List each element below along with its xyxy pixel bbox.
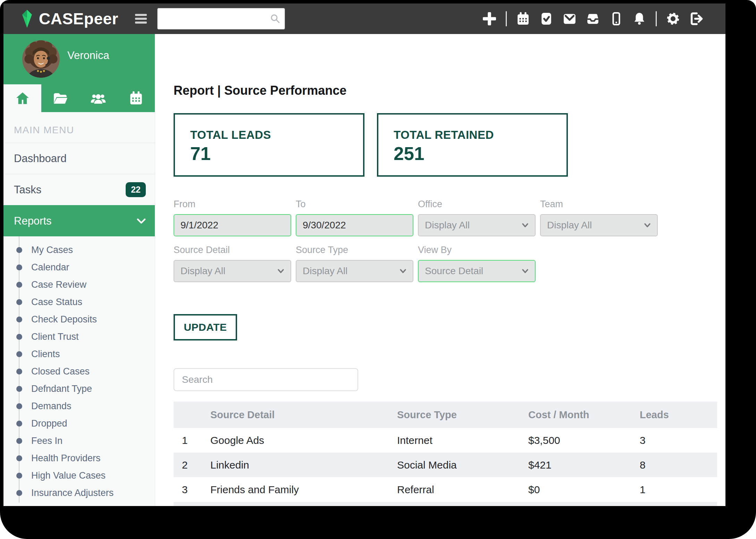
tasks-count-badge: 22 <box>126 182 146 197</box>
from-date-field: From <box>174 199 291 236</box>
tab-contacts[interactable] <box>79 84 117 112</box>
submenu-item-fees-in[interactable]: Fees In <box>3 432 155 449</box>
submenu-item-my-cases[interactable]: My Cases <box>3 241 155 259</box>
submenu-item-defndant-type[interactable]: Defndant Type <box>3 380 155 397</box>
submenu-item-high-value-cases[interactable]: High Value Cases <box>3 467 155 484</box>
table-row: 2 Linkedin Social Media $421 8 <box>174 453 717 477</box>
main-content: Report | Source Performance TOTAL LEADS … <box>155 34 725 506</box>
sidebar-tabs <box>3 84 155 112</box>
gem-logo-icon <box>19 9 34 28</box>
home-icon <box>15 92 30 105</box>
source-detail-select[interactable]: Display All <box>174 260 291 282</box>
bullet-icon <box>16 351 22 357</box>
view-by-select[interactable]: Source Detail <box>418 260 536 282</box>
gear-icon[interactable] <box>666 12 680 26</box>
menu-item-label: Tasks <box>14 184 41 196</box>
sign-out-icon[interactable] <box>689 12 703 26</box>
stat-cards: TOTAL LEADS 71 TOTAL RETAINED 251 <box>174 113 725 177</box>
user-name: Veronica <box>67 49 109 62</box>
avatar[interactable] <box>22 40 60 78</box>
global-search-input[interactable] <box>157 8 285 30</box>
tab-home[interactable] <box>3 84 41 112</box>
bullet-icon <box>16 264 22 270</box>
calendar-icon <box>129 91 143 105</box>
hamburger-menu-icon[interactable] <box>135 14 147 24</box>
source-type-select[interactable]: Display All <box>296 260 413 282</box>
submenu-item-check-deposits[interactable]: Check Deposits <box>3 311 155 328</box>
main-menu: MAIN MENU Dashboard Tasks 22 Reports <box>3 112 155 506</box>
folder-icon <box>53 92 68 105</box>
office-field: Office Display All <box>418 199 536 236</box>
submenu-item-case-status[interactable]: Case Status <box>3 293 155 311</box>
column-header-cost-month: Cost / Month <box>528 409 639 421</box>
inbox-icon[interactable] <box>586 12 600 26</box>
team-select[interactable]: Display All <box>540 214 658 236</box>
total-retained-card: TOTAL RETAINED 251 <box>377 113 568 177</box>
mobile-icon[interactable] <box>609 12 623 26</box>
chevron-down-icon <box>644 223 651 228</box>
topbar: CASEpeer <box>3 3 725 34</box>
chevron-down-icon <box>400 269 406 273</box>
casepeer-logo[interactable]: CASEpeer <box>19 9 118 28</box>
bullet-icon <box>16 317 22 322</box>
sidebar-item-tasks[interactable]: Tasks 22 <box>3 174 155 205</box>
sidebar-item-reports[interactable]: Reports <box>3 205 155 236</box>
menu-item-label: Dashboard <box>14 152 67 165</box>
sidebar-item-dashboard[interactable]: Dashboard <box>3 143 155 174</box>
chevron-down-icon <box>522 269 529 273</box>
reports-submenu: My Cases Calendar Case Review Case Statu… <box>3 236 155 506</box>
sidebar: Veronica <box>3 34 155 506</box>
to-label: To <box>296 199 413 210</box>
view-by-label: View By <box>418 245 536 255</box>
bullet-icon <box>16 490 22 496</box>
submenu-item-calendar[interactable]: Calendar <box>3 259 155 276</box>
update-button[interactable]: UPDATE <box>174 314 237 340</box>
device-frame: CASEpeer <box>0 0 756 539</box>
bullet-icon <box>16 386 22 392</box>
source-detail-label: Source Detail <box>174 245 291 255</box>
submenu-item-demands[interactable]: Demands <box>3 397 155 415</box>
plus-icon[interactable] <box>482 12 496 26</box>
submenu-item-closed-cases[interactable]: Closed Cases <box>3 363 155 380</box>
bullet-icon <box>16 438 22 444</box>
submenu-item-case-review[interactable]: Case Review <box>3 276 155 293</box>
chevron-down-icon <box>522 223 529 228</box>
bullet-icon <box>16 247 22 253</box>
to-date-field: To <box>296 199 413 236</box>
submenu-item-health-providers[interactable]: Health Providers <box>3 449 155 467</box>
table-header-row: Source Detail Source Type Cost / Month L… <box>174 402 717 428</box>
global-search <box>157 8 285 30</box>
table-row: 4 Dr. Saad Anri Referral $0 1 <box>174 502 717 506</box>
sidebar-user-header: Veronica <box>3 34 155 112</box>
table-search-input[interactable] <box>174 368 358 391</box>
page-title: Report | Source Performance <box>174 83 725 98</box>
column-header-source-detail: Source Detail <box>210 409 396 421</box>
calendar-icon[interactable] <box>516 12 530 26</box>
menu-item-label: Reports <box>14 215 52 227</box>
bullet-icon <box>16 299 22 305</box>
users-icon <box>90 92 106 105</box>
stat-label: TOTAL LEADS <box>190 128 363 142</box>
chevron-down-icon <box>137 218 146 224</box>
table-row: 3 Friends and Family Referral $0 1 <box>174 477 717 502</box>
submenu-item-clients[interactable]: Clients <box>3 345 155 363</box>
submenu-item-client-trust[interactable]: Client Trust <box>3 328 155 345</box>
office-select[interactable]: Display All <box>418 214 536 236</box>
tab-calendar[interactable] <box>117 84 155 112</box>
stat-value: 251 <box>394 143 566 164</box>
from-date-input[interactable] <box>174 214 291 236</box>
screenshot: CASEpeer <box>0 0 756 539</box>
envelope-icon[interactable] <box>563 12 577 26</box>
bell-icon[interactable] <box>632 12 646 26</box>
divider <box>506 11 507 26</box>
office-label: Office <box>418 199 536 210</box>
submenu-item-insurance-adjusters[interactable]: Insurance Adjusters <box>3 484 155 502</box>
stat-value: 71 <box>190 143 363 164</box>
source-type-label: Source Type <box>296 245 413 255</box>
table-row: 1 Google Ads Internet $3,500 3 <box>174 428 717 453</box>
topbar-icon-group <box>482 11 703 26</box>
to-date-input[interactable] <box>296 214 413 236</box>
tab-cases[interactable] <box>41 84 79 112</box>
tasks-check-icon[interactable] <box>539 12 553 26</box>
submenu-item-dropped[interactable]: Dropped <box>3 415 155 432</box>
